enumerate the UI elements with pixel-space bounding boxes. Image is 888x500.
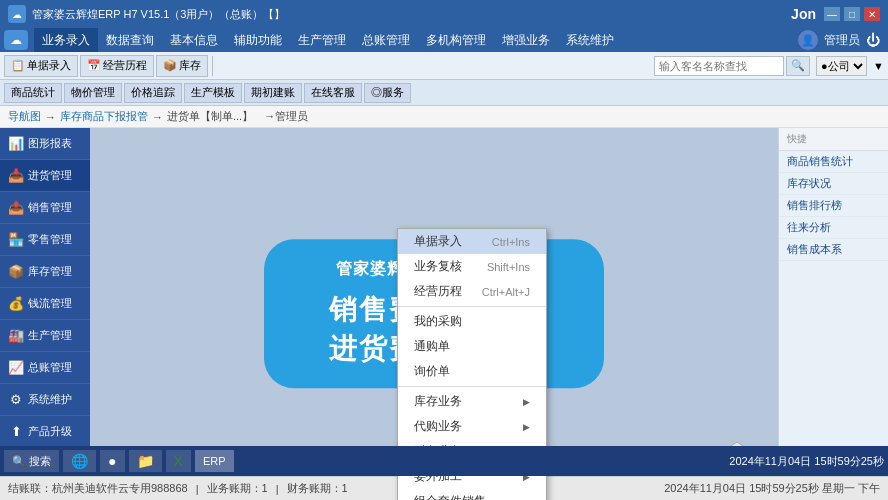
quick-links-header: 快捷 bbox=[779, 128, 888, 151]
upgrade-icon: ⬆ bbox=[8, 424, 24, 440]
excel-button[interactable]: X bbox=[166, 450, 191, 472]
search-button[interactable]: 🔍 bbox=[786, 56, 810, 76]
close-button[interactable]: ✕ bbox=[864, 7, 880, 21]
start-button[interactable]: 🔍 搜索 bbox=[4, 450, 59, 472]
separator-1 bbox=[398, 306, 546, 307]
purchase-icon: 📥 bbox=[8, 168, 24, 184]
minimize-button[interactable]: — bbox=[824, 7, 840, 21]
chrome-button[interactable]: ● bbox=[100, 450, 124, 472]
cashflow-icon: 💰 bbox=[8, 296, 24, 312]
dropdown-item-inventory-ops[interactable]: 库存业务 bbox=[398, 389, 546, 414]
breadcrumb-manager: →管理员 bbox=[264, 109, 308, 124]
user-avatar: 👤 bbox=[798, 30, 818, 50]
menu-item-auxiliary[interactable]: 辅助功能 bbox=[226, 28, 290, 52]
sidebar-item-cashflow[interactable]: 💰 钱流管理 bbox=[0, 288, 90, 320]
user-area: 👤 管理员 ⏻ bbox=[798, 30, 884, 50]
quick-link-analysis[interactable]: 往来分析 bbox=[779, 217, 888, 239]
menu-item-data-query[interactable]: 数据查询 bbox=[98, 28, 162, 52]
sales-icon: 📤 bbox=[8, 200, 24, 216]
dropdown-item-proxy-purchase[interactable]: 代购业务 bbox=[398, 414, 546, 439]
breadcrumb-nav[interactable]: 导航图 bbox=[8, 109, 41, 124]
init-account-btn[interactable]: 期初建账 bbox=[244, 83, 302, 103]
dropdown-item-general-purchase[interactable]: 通购单 bbox=[398, 334, 546, 359]
production-icon: 🏭 bbox=[8, 328, 24, 344]
sidebar-item-sales[interactable]: 📤 销售管理 bbox=[0, 192, 90, 224]
window-title: 管家婆云辉煌ERP H7 V15.1（3用户）（总账）【】 bbox=[32, 7, 791, 22]
search-area: 🔍 ●公司 ▼ bbox=[654, 56, 884, 76]
quick-link-sales-cost[interactable]: 销售成本系 bbox=[779, 239, 888, 261]
online-service-btn[interactable]: 在线客服 bbox=[304, 83, 362, 103]
menu-item-ledger[interactable]: 总账管理 bbox=[354, 28, 418, 52]
quick-link-sales-rank[interactable]: 销售排行榜 bbox=[779, 195, 888, 217]
taskbar: 🔍 搜索 🌐 ● 📁 X ERP 2024年11月04日 15时59分25秒 bbox=[0, 446, 888, 476]
app-container: ☁ 管家婆云辉煌ERP H7 V15.1（3用户）（总账）【】 Jon — □ … bbox=[0, 0, 888, 500]
sidebar-item-upgrade[interactable]: ⬆ 产品升级 bbox=[0, 416, 90, 448]
menu-bar: ☁ 业务录入 数据查询 基本信息 辅助功能 生产管理 总账管理 多机构管理 增强… bbox=[0, 28, 888, 52]
inventory-icon: 📦 bbox=[8, 264, 24, 280]
menu-item-production[interactable]: 生产管理 bbox=[290, 28, 354, 52]
stats-btn[interactable]: 商品统计 bbox=[4, 83, 62, 103]
power-icon[interactable]: ⏻ bbox=[866, 32, 880, 48]
separator1 bbox=[212, 56, 213, 76]
sidebar-item-chart[interactable]: 📊 图形报表 bbox=[0, 128, 90, 160]
toolbar1: 📋 单据录入 📅 经营历程 📦 库存 🔍 ●公司 ▼ bbox=[0, 52, 888, 80]
quick-link-inventory-status[interactable]: 库存状况 bbox=[779, 173, 888, 195]
dropdown-item-entry[interactable]: 单据录入 Ctrl+Ins bbox=[398, 229, 546, 254]
edge-button[interactable]: 🌐 bbox=[63, 450, 96, 472]
content-background: 单据录入 Ctrl+Ins 业务复核 Shift+Ins 经营历程 Ctrl+A… bbox=[90, 128, 778, 500]
breadcrumb-inventory[interactable]: 库存商品下报报管 bbox=[60, 109, 148, 124]
calendar-icon: 📅 bbox=[87, 59, 101, 72]
content-area: 单据录入 Ctrl+Ins 业务复核 Shift+Ins 经营历程 Ctrl+A… bbox=[90, 128, 778, 500]
box-icon: 📦 bbox=[163, 59, 177, 72]
dropdown-item-review[interactable]: 业务复核 Shift+Ins bbox=[398, 254, 546, 279]
separator-2 bbox=[398, 386, 546, 387]
user-name-label: Jon bbox=[791, 6, 816, 22]
business-period: 业务账期：1 bbox=[207, 481, 268, 496]
window-controls: — □ ✕ bbox=[824, 7, 880, 21]
search-input[interactable] bbox=[654, 56, 784, 76]
dropdown-item-mypurchase[interactable]: 我的采购 bbox=[398, 309, 546, 334]
dropdown-arrow: ▼ bbox=[873, 60, 884, 72]
inner-layout: 📊 图形报表 📥 进货管理 📤 销售管理 🏪 零售管理 📦 库存管理 💰 bbox=[0, 128, 888, 500]
menu-item-basic-info[interactable]: 基本信息 bbox=[162, 28, 226, 52]
sidebar-item-retail[interactable]: 🏪 零售管理 bbox=[0, 224, 90, 256]
brand-icon: ☁ bbox=[4, 30, 28, 50]
service-btn[interactable]: ◎服务 bbox=[364, 83, 411, 103]
doc-icon: 📋 bbox=[11, 59, 25, 72]
sidebar-item-sysadmin[interactable]: ⚙ 系统维护 bbox=[0, 384, 90, 416]
sidebar-item-inventory[interactable]: 📦 库存管理 bbox=[0, 256, 90, 288]
sidebar-item-ledger[interactable]: 📈 总账管理 bbox=[0, 352, 90, 384]
erp-active-button[interactable]: ERP bbox=[195, 450, 234, 472]
price-mgmt-btn[interactable]: 物价管理 bbox=[64, 83, 122, 103]
ledger-icon: 📈 bbox=[8, 360, 24, 376]
company-select[interactable]: ●公司 bbox=[816, 56, 867, 76]
retail-icon: 🏪 bbox=[8, 232, 24, 248]
system-tray: 2024年11月04日 15时59分25秒 bbox=[729, 454, 884, 469]
time-display: 2024年11月04日 15时59分25秒 bbox=[729, 454, 884, 469]
sidebar: 📊 图形报表 📥 进货管理 📤 销售管理 🏪 零售管理 📦 库存管理 💰 bbox=[0, 128, 90, 500]
sidebar-item-production[interactable]: 🏭 生产管理 bbox=[0, 320, 90, 352]
dropdown-item-combo-sales[interactable]: 组合套件销售 bbox=[398, 489, 546, 500]
status-datetime: 2024年11月04日 15时59分25秒 星期一 下午 bbox=[664, 481, 880, 496]
price-track-btn[interactable]: 价格追踪 bbox=[124, 83, 182, 103]
dropdown-item-inquiry[interactable]: 询价单 bbox=[398, 359, 546, 384]
menu-item-business-entry[interactable]: 业务录入 bbox=[34, 28, 98, 52]
history-button[interactable]: 📅 经营历程 bbox=[80, 55, 154, 77]
quick-link-sales-stats[interactable]: 商品销售统计 bbox=[779, 151, 888, 173]
single-entry-button[interactable]: 📋 单据录入 bbox=[4, 55, 78, 77]
maximize-button[interactable]: □ bbox=[844, 7, 860, 21]
menu-item-sysadmin[interactable]: 系统维护 bbox=[558, 28, 622, 52]
company-info: 结账联：杭州美迪软件云专用988868 bbox=[8, 481, 188, 496]
right-panel: 快捷 商品销售统计 库存状况 销售排行榜 往来分析 销售成本系 bbox=[778, 128, 888, 500]
menu-item-enhanced[interactable]: 增强业务 bbox=[494, 28, 558, 52]
chart-icon: 📊 bbox=[8, 136, 24, 152]
sidebar-item-purchase[interactable]: 📥 进货管理 bbox=[0, 160, 90, 192]
app-logo-icon: ☁ bbox=[8, 5, 26, 23]
breadcrumb-order: 进货单【制单...】 bbox=[167, 109, 253, 124]
dropdown-item-history[interactable]: 经营历程 Ctrl+Alt+J bbox=[398, 279, 546, 304]
menu-item-multi-org[interactable]: 多机构管理 bbox=[418, 28, 494, 52]
production-template-btn[interactable]: 生产模板 bbox=[184, 83, 242, 103]
inventory-button[interactable]: 📦 库存 bbox=[156, 55, 208, 77]
file-explorer-button[interactable]: 📁 bbox=[129, 450, 162, 472]
toolbar2: 商品统计 物价管理 价格追踪 生产模板 期初建账 在线客服 ◎服务 bbox=[0, 80, 888, 106]
